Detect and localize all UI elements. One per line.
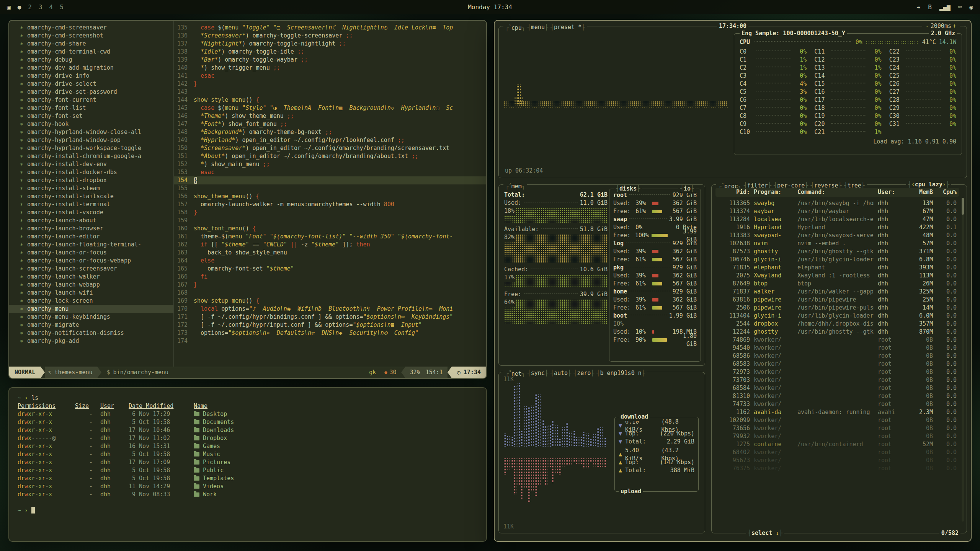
code-line[interactable]: 172 [ -f ~/.config/hypr/input.conf ] && … <box>174 321 486 329</box>
file-item[interactable]: ∗omarchy-cmd-share <box>9 40 173 48</box>
sort-selector[interactable]: ┤‹cpu lazy›├ <box>906 181 951 189</box>
file-item[interactable]: ∗omarchy-launch-or-focus <box>9 249 173 257</box>
code-line[interactable]: 164 else <box>174 257 486 265</box>
code-line[interactable]: 156show_theme_menu() { <box>174 192 486 201</box>
keyboard-icon[interactable]: ⌨ <box>958 3 962 11</box>
proc-column-memb[interactable]: MemB <box>906 188 933 196</box>
code-line[interactable]: 151 *About*) open_in_editor ~/.config/om… <box>174 152 486 160</box>
process-row[interactable]: 71835elephantelephantdhh393M0.0 <box>715 264 959 272</box>
process-row[interactable]: 68584kworker/root0B0.0 <box>715 384 959 392</box>
proc-column-pid[interactable]: Pid: <box>718 188 750 196</box>
file-item[interactable]: ∗omarchy-install-tailscale <box>9 192 173 201</box>
proc-column-program[interactable]: Program: <box>754 188 794 196</box>
process-row[interactable]: 87649btopbtopdhh26M0.0 <box>715 280 959 288</box>
code-line[interactable]: 146 *Theme*) show_theme_menu ;; <box>174 112 486 120</box>
proc-column-user[interactable]: User: <box>878 188 902 196</box>
process-row[interactable]: 95673kworker/root0B0.0 <box>715 456 959 465</box>
file-item[interactable]: ∗omarchy-drive-select <box>9 80 173 88</box>
directory-name[interactable]: Downloads <box>194 426 478 434</box>
file-item[interactable]: ∗omarchy-install-vscode <box>9 209 173 217</box>
code-line[interactable]: 135 case $(menu "Toggle" "▢ Screensaver\… <box>174 24 486 32</box>
directory-name[interactable]: Documents <box>194 418 478 426</box>
file-item[interactable]: ∗omarchy-cmd-screensaver <box>9 24 173 32</box>
proc-column-cpu%[interactable]: Cpu% <box>937 188 957 196</box>
code-line[interactable]: 143 <box>174 88 486 96</box>
code-line[interactable]: 173 options="$options\n∗ Defaults\n⇄ DNS… <box>174 329 486 337</box>
io-toggle-button[interactable]: ┤io├ <box>678 185 696 193</box>
workspace-2[interactable]: 2 <box>28 3 32 11</box>
file-item[interactable]: ∗omarchy-hyprland-window-close-all <box>9 128 173 136</box>
code-line[interactable]: 155 <box>174 184 486 192</box>
interval-minus-button[interactable]: - <box>924 22 931 30</box>
file-item[interactable]: ∗omarchy-font-current <box>9 96 173 104</box>
file-item[interactable]: ∗omarchy-install-chromium-google-a <box>9 152 173 160</box>
file-item[interactable]: ∗omarchy-cmd-screenshot <box>9 32 173 40</box>
code-editor[interactable]: 135 case $(menu "Toggle" "▢ Screensaver\… <box>174 21 486 367</box>
code-line[interactable]: 166 fi <box>174 273 486 281</box>
process-row[interactable]: 76375kworker/root0B0.0 <box>715 465 959 473</box>
file-item[interactable]: ∗omarchy-drive-set-password <box>9 88 173 96</box>
process-row[interactable]: 113404glycin-i/usr/lib/glycin-loadersdhh… <box>715 312 959 320</box>
sync-button[interactable]: ┤sync├ <box>528 369 548 377</box>
code-line[interactable]: 162 if [[ "$theme" == "CNCLD" || -z "$th… <box>174 241 486 249</box>
file-item[interactable]: ∗omarchy-install-docker-dbs <box>9 168 173 176</box>
code-line[interactable]: 152 *) show_main_menu ;; <box>174 160 486 168</box>
code-line[interactable]: 158} <box>174 209 486 217</box>
process-row[interactable]: 68583kworker/root0B0.0 <box>715 360 959 368</box>
code-line[interactable]: 157 omarchy-launch-walker -m menus:omarc… <box>174 201 486 209</box>
app-icon[interactable]: ▣ <box>7 3 11 11</box>
process-row[interactable]: 94540kworker/root0B0.0 <box>715 344 959 352</box>
code-line[interactable]: 139 *Bar*) omarchy-toggle-waybar ;; <box>174 56 486 64</box>
file-item[interactable]: ∗omarchy-hyprland-workspace-toggle <box>9 144 173 152</box>
code-line[interactable]: 167} <box>174 281 486 289</box>
interval-plus-button[interactable]: + <box>951 22 958 30</box>
code-line[interactable]: 171 [ -f ~/.config/hypr/bindings.conf ] … <box>174 313 486 321</box>
code-line[interactable]: 165 omarchy-font-set "$theme" <box>174 265 486 273</box>
proc-column-command[interactable]: Command: <box>797 188 874 196</box>
process-row[interactable]: 113374waybar/usr/bin/waybardhh67M0.0 <box>715 207 959 215</box>
file-item[interactable]: ∗omarchy-cmd-terminal-cwd <box>9 48 173 56</box>
workspace-active-icon[interactable]: ● <box>18 3 21 11</box>
preset-button[interactable]: ┤preset *├ <box>550 23 585 31</box>
process-row[interactable]: 74869kworker/root0B0.0 <box>715 336 959 344</box>
process-row[interactable]: 2506pipewire/usr/bin/pipewire-pulsedhh14… <box>715 304 959 312</box>
chart-icon[interactable]: ▂▄▆ <box>939 3 951 11</box>
process-row[interactable]: 2544dropbox/home/dhh/.dropbox-distdhh357… <box>715 320 959 328</box>
process-row[interactable]: 2075XwaylandXwayland :1 -rootless -dhh11… <box>715 272 959 280</box>
directory-name[interactable]: Dropbox <box>194 434 478 442</box>
file-item[interactable]: ∗omarchy-font-list <box>9 104 173 112</box>
file-item[interactable]: ∗omarchy-launch-walker <box>9 273 173 281</box>
screencast-icon[interactable]: ⇥ <box>917 3 921 11</box>
file-item[interactable]: ∗omarchy-menu <box>9 305 173 313</box>
directory-name[interactable]: Public <box>194 466 478 474</box>
code-line[interactable]: 140 *) show_trigger_menu ;; <box>174 64 486 72</box>
file-item[interactable]: ∗omarchy-font-set <box>9 112 173 120</box>
file-item[interactable]: ∗omarchy-debug <box>9 56 173 64</box>
code-line[interactable]: 148 *Background*) omarchy-theme-bg-next … <box>174 128 486 136</box>
code-line[interactable]: 138 *Idle*) omarchy-toggle-idle ;; <box>174 48 486 56</box>
process-row[interactable]: 113383swayosd-/usr/bin/swayosd-serverdhh… <box>715 231 959 240</box>
process-row[interactable]: 102099kworker/root0B0.0 <box>715 416 959 424</box>
zero-button[interactable]: ┤zero├ <box>573 369 594 377</box>
process-scrollbar[interactable] <box>962 198 964 522</box>
file-item[interactable]: ∗omarchy-install-dev-env <box>9 160 173 168</box>
process-row[interactable]: 87573ghostty/usr/bin/ghostty --gtk-dhh37… <box>715 248 959 256</box>
process-row[interactable]: 71837walker/usr/bin/walker --gappldhh325… <box>715 288 959 296</box>
file-item[interactable]: ∗omarchy-install-dropbox <box>9 176 173 184</box>
process-row[interactable]: 113284localsea/usr/lib/localsearch-exdhh… <box>715 215 959 223</box>
process-row[interactable]: 1916HyprlandHyprlanddhh422M0.1 <box>715 223 959 231</box>
process-row[interactable]: 1162avahi-daavahi-daemon: running [avahi… <box>715 408 959 416</box>
menu-button[interactable]: ┤menu├ <box>528 23 548 31</box>
process-row[interactable]: 73656kworker/root0B0.0 <box>715 424 959 432</box>
file-item[interactable]: ∗omarchy-launch-floating-terminal- <box>9 241 173 249</box>
process-row[interactable]: 106746glycin-i/usr/lib/glycin-loadersdhh… <box>715 256 959 264</box>
file-item[interactable]: ∗omarchy-launch-webapp <box>9 281 173 289</box>
code-line[interactable]: 161 theme=$(menu "Font" "$(omarchy-font-… <box>174 233 486 241</box>
code-line[interactable]: 142} <box>174 80 486 88</box>
process-row[interactable]: 1275containe/usr/bin/containerdroot52M0.… <box>715 440 959 448</box>
file-item[interactable]: ∗omarchy-hook <box>9 120 173 128</box>
code-line[interactable]: 169show_setup_menu() { <box>174 297 486 305</box>
file-item[interactable]: ∗omarchy-launch-screensaver <box>9 265 173 273</box>
code-line[interactable]: 144show_style_menu() { <box>174 96 486 104</box>
file-item[interactable]: ∗omarchy-launch-or-focus-webapp <box>9 257 173 265</box>
